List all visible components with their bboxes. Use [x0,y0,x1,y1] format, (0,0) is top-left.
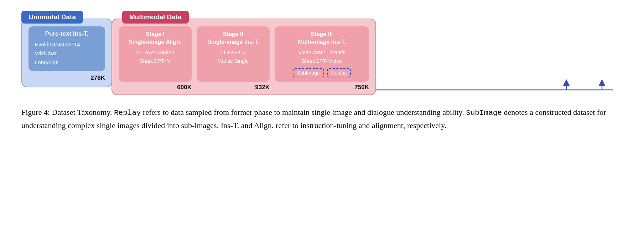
diagram-container: Unimodal Data Pure-text Ins-T. Evol-inst… [14,7,630,99]
stage2-title: Stage IISingle-image Ins-T. [207,30,259,46]
caption-area: Figure 4: Dataset Taxonomy. Replay refer… [14,106,630,132]
stage1-column: Stage ISingle-image Align. ALLaVA-Captio… [119,26,192,95]
subimage-dashed-box: SubImage [293,68,324,77]
stage1-count: 600K [119,82,192,95]
replay-dashed-box: Replay [327,68,351,77]
stage3-column: Stage IIIMulti-image Ins-T. VideoChat2 M… [275,26,369,95]
multimodal-label: Multimodal Data [129,13,182,21]
unimodal-outer-box: Pure-text Ins-T. Evol-instruct-GPT4 Wild… [21,19,112,87]
multimodal-section: Multimodal Data Stage ISingle-image Alig… [111,11,376,95]
stage2-items: LLaVA-1.5 Mantis-Single [218,49,249,66]
caption-figure-label: Figure 4: [21,108,50,117]
pure-text-box: Pure-text Ins-T. Evol-instruct-GPT4 Wild… [28,26,105,71]
multimodal-outer-box: Stage ISingle-image Align. ALLaVA-Captio… [111,19,376,95]
unimodal-items: Evol-instruct-GPT4 WildChat LongAlign [35,40,99,67]
unimodal-section: Unimodal Data Pure-text Ins-T. Evol-inst… [21,11,112,87]
stage3-count: 750K [275,82,369,95]
caption-part1: Dataset Taxonomy. [52,108,114,117]
caption-text: Figure 4: Dataset Taxonomy. Replay refer… [21,106,623,132]
stage3-item-videochat2: VideoChat2 [298,49,325,57]
unimodal-item-1: Evol-instruct-GPT4 [35,40,99,49]
stage3-items-top: VideoChat2 Mantis ShareGPT4Video [298,49,345,66]
stage3-box: Stage IIIMulti-image Ins-T. VideoChat2 M… [275,26,369,82]
stage1-title: Stage ISingle-image Align. [129,30,182,46]
caption-replay-mono: Replay [114,109,141,117]
unimodal-label-box: Unimodal Data [21,11,83,24]
unimodal-label: Unimodal Data [28,13,76,21]
unimodal-item-3: LongAlign [35,58,99,67]
unimodal-item-2: WildChat [35,49,99,58]
stage3-item-sharegpt4video: ShareGPT4Video [298,57,345,66]
multimodal-label-box: Multimodal Data [122,11,189,24]
caption-subimage-mono: SubImage [466,109,502,117]
stage1-items: ALLaVA-Caption ShareGPT4V [136,49,174,66]
stage2-count: 932K [197,82,270,95]
stage2-column: Stage IISingle-image Ins-T. LLaVA-1.5 Ma… [197,26,270,95]
caption-part2: refers to data sampled from former phase… [141,108,466,117]
stage1-box: Stage ISingle-image Align. ALLaVA-Captio… [119,26,192,82]
pure-text-title: Pure-text Ins-T. [35,30,99,37]
stage3-title: Stage IIIMulti-image Ins-T. [298,30,346,46]
stage2-box: Stage IISingle-image Ins-T. LLaVA-1.5 Ma… [197,26,270,82]
stage3-item-mantis: Mantis [330,49,346,57]
stage3-dashed-row: SubImage Replay [293,68,351,77]
unimodal-count: 278K [28,75,105,82]
